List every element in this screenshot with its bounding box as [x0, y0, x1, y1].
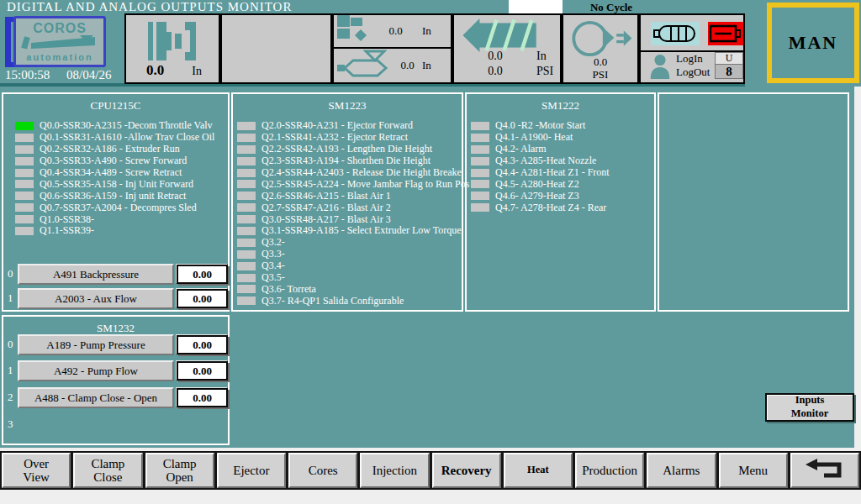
output-led: [237, 239, 256, 247]
output-label: Q0.3-SSR33-A490 - Screw Forward: [40, 155, 187, 167]
nav-button-heat[interactable]: Heat: [504, 453, 573, 488]
output-label: Q3.3-: [261, 248, 285, 260]
output-list: Q2.0-SSR40-A231 - Ejector ForwardQ2.1-SS…: [237, 120, 459, 307]
output-row: Q4.1- A1900- Heat: [471, 132, 652, 144]
output-led: [237, 285, 256, 293]
output-label: Q2.4-SSR44-A2403 - Release Die Height Br…: [261, 166, 462, 179]
output-row: Q2.4-SSR44-A2403 - Release Die Height Br…: [237, 167, 459, 179]
output-led: [237, 145, 256, 154]
inputs-monitor-button[interactable]: Inputs Monitor: [765, 393, 854, 422]
user-icon: [649, 54, 671, 82]
screw-gauge: 0.0 In 0.0 PSI: [452, 13, 562, 84]
output-label: Q4.2- Alarm: [495, 143, 547, 155]
output-label: Q2.5-SSR45-A224 - Move Jambar Flag to Ru…: [261, 178, 469, 191]
panel-cpu1215c: CPU1215C Q0.0-SSR30-A2315 -Decom Throttl…: [2, 92, 230, 312]
output-row: Q2.0-SSR40-A231 - Ejector Forward: [237, 120, 459, 132]
analog-index: 0: [8, 267, 13, 281]
output-label: Q4.3- A285-Heat Nozzle: [495, 155, 596, 167]
date-display: 08/04/26: [66, 68, 111, 81]
nav-button-clamp-close[interactable]: ClampClose: [73, 453, 142, 488]
analog-index: 1: [8, 291, 13, 305]
rotation-pressure-unit: PSI: [563, 68, 637, 81]
nav-button-overview[interactable]: OverView: [2, 453, 71, 488]
output-label: Q4.0 -R2 -Motor Start: [495, 119, 585, 132]
output-led: [237, 297, 256, 305]
output-label: Q4.6- A279-Heat Z3: [495, 190, 579, 202]
analog-label-plate: A189 - Pump Pressure: [18, 334, 174, 355]
output-row: Q0.6-SSR36-A159 - Inj unit Retract: [15, 190, 225, 202]
output-led: [471, 157, 489, 165]
nav-button-recovery[interactable]: Recovery: [432, 453, 501, 488]
output-label: Q4.1- A1900- Heat: [495, 131, 573, 144]
output-row: Q4.7- A278-Heat Z4 - Rear: [471, 202, 652, 213]
ejector-sled-gauges: 0.0 In 0.0 In: [332, 13, 452, 84]
output-led: [237, 192, 256, 200]
injection-unit-icon: [337, 50, 393, 81]
inj-unit-position-row: 0.0 In: [334, 49, 451, 82]
output-row: Q2.1-SSR41-A232 - Ejector Retract: [237, 132, 459, 144]
machine-status-icons: [641, 15, 743, 52]
analog-row: 0 A189 - Pump Pressure 0.00: [3, 334, 228, 355]
output-row: Q2.2-SSR42-A193 - Lengthen Die Height: [237, 144, 459, 155]
output-label: Q3.5-: [261, 271, 285, 284]
user-label: U: [715, 52, 743, 65]
output-label: Q3.7- R4-QP1 Salida Configurable: [261, 295, 404, 307]
output-led: [471, 169, 489, 177]
nav-button-alarms[interactable]: Alarms: [647, 453, 716, 488]
logout-button[interactable]: LogOut: [676, 66, 710, 79]
inputs-monitor-line1: Inputs: [795, 394, 825, 407]
output-led: [471, 122, 489, 130]
inputs-monitor-line2: Monitor: [791, 407, 828, 421]
output-list: Q4.0 -R2 -Motor StartQ4.1- A1900- HeatQ4…: [471, 120, 652, 213]
nav-button-production[interactable]: Production: [575, 453, 644, 488]
output-led: [471, 203, 489, 212]
output-led: [237, 215, 256, 223]
output-led: [237, 157, 256, 165]
output-row: Q0.1-SSR31-A1610 -Allow Trav Close Oil: [15, 132, 225, 144]
output-row: Q0.0-SSR30-A2315 -Decom Throttle Valv: [15, 120, 225, 132]
output-row: Q0.7-SSR37-A2004 - Decompres Sled: [15, 202, 225, 213]
nav-button-cores[interactable]: Cores: [288, 453, 357, 488]
analog-label-plate: A492 - Pump Flow: [18, 360, 174, 381]
nav-button-menu[interactable]: Menu: [719, 453, 788, 488]
output-led: [15, 203, 34, 212]
auth-status-cell: LogIn LogOut U 8: [639, 13, 745, 84]
output-row: Q4.4- A281-Heat Z1 - Front: [471, 167, 652, 179]
output-label: Q0.5-SSR35-A158 - Inj Unit Forward: [40, 178, 193, 191]
screw-pressure-value: 0.0: [478, 65, 513, 78]
panel-title: CPU1215C: [3, 99, 228, 113]
nav-button-back[interactable]: [790, 453, 859, 488]
analog-index: 2: [8, 391, 13, 404]
output-row: Q3.1-SSR49-A185 - Select Extruder Low To…: [237, 225, 459, 237]
nav-button-ejector[interactable]: Ejector: [217, 453, 286, 488]
screw-position-value: 0.0: [478, 50, 513, 63]
analog-value-display: 0.00: [177, 335, 228, 354]
nav-button-clamp-open[interactable]: ClampOpen: [145, 453, 214, 488]
mode-button[interactable]: MAN: [767, 3, 859, 83]
coros-logo: COROS automation: [13, 16, 106, 67]
output-led: [237, 180, 256, 188]
analog-index: 0: [8, 338, 13, 351]
output-label: Q2.0-SSR40-A231 - Ejector Forward: [261, 119, 413, 132]
output-led: [237, 203, 256, 212]
output-label: Q2.7-SSR47-A216 - Blast Air 2: [261, 202, 391, 214]
output-row: Q3.2-: [237, 237, 459, 249]
output-led: [237, 134, 256, 142]
output-led: [471, 180, 489, 188]
ejector-position-value: 0.0: [369, 24, 422, 38]
clamp-position-unit: In: [192, 62, 202, 79]
analog-value-display: 0.00: [177, 289, 228, 308]
output-led: [237, 262, 256, 270]
login-button[interactable]: LogIn: [676, 52, 710, 66]
panel-sm1232: SM1232 0 A189 - Pump Pressure 0.00 1 A49…: [2, 315, 230, 445]
output-label: Q0.7-SSR37-A2004 - Decompres Sled: [40, 202, 197, 214]
output-led: [15, 145, 34, 154]
analog-label-plate: A491 Backpressure: [18, 264, 174, 285]
output-label: Q4.7- A278-Heat Z4 - Rear: [495, 202, 606, 214]
output-row: Q1.0-SSR38-: [15, 213, 225, 225]
output-row: Q3.7- R4-QP1 Salida Configurable: [237, 295, 459, 307]
analog-label-plate: A2003 - Aux Flow: [18, 288, 174, 309]
nav-button-injection[interactable]: Injection: [360, 453, 429, 488]
main-area: CPU1215C Q0.0-SSR30-A2315 -Decom Throttl…: [0, 87, 854, 448]
output-row: Q0.4-SSR34-A489 - Screw Retract: [15, 167, 225, 179]
